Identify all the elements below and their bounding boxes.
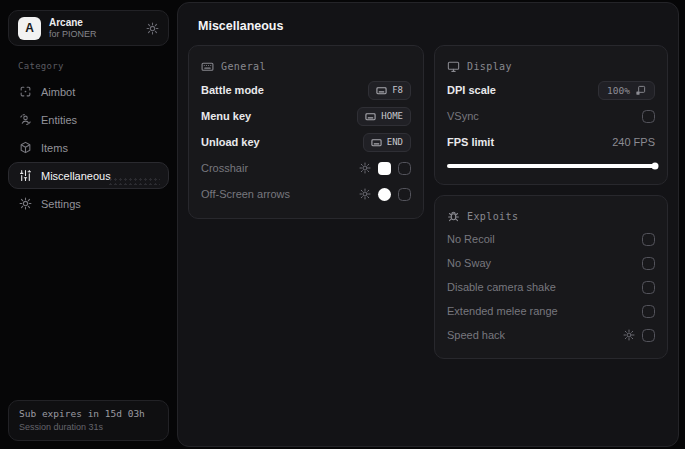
card-title: Display: [467, 61, 512, 72]
vsync-checkbox[interactable]: [642, 110, 655, 123]
no-sway-checkbox[interactable]: [642, 257, 655, 270]
sidebar-item-items[interactable]: Items: [8, 134, 169, 161]
general-card: General Battle mode F8 Menu key: [188, 45, 424, 219]
fps-limit-value: 240 FPS: [612, 136, 655, 148]
sidebar-item-label: Settings: [41, 198, 81, 210]
setting-row-crosshair: Crosshair: [201, 155, 411, 181]
app-subtitle: for PIONER: [49, 29, 138, 39]
keyboard-icon: [371, 137, 382, 148]
entities-icon: [19, 113, 32, 126]
fps-limit-slider[interactable]: [447, 162, 655, 170]
color-swatch[interactable]: [378, 162, 391, 175]
gear-icon[interactable]: [359, 188, 371, 200]
setting-row-vsync: VSync: [447, 103, 655, 129]
setting-row-unload-key: Unload key END: [201, 129, 411, 155]
setting-label: Unload key: [201, 136, 260, 148]
setting-label: VSync: [447, 110, 479, 122]
gear-icon[interactable]: [146, 22, 159, 35]
keybind-badge[interactable]: HOME: [357, 107, 411, 126]
setting-row-disable-camera-shake: Disable camera shake: [447, 275, 655, 299]
scale-icon: [635, 85, 646, 96]
extended-melee-range-checkbox[interactable]: [642, 305, 655, 318]
crosshair-scan-icon: [19, 85, 32, 98]
app-name: Arcane: [49, 17, 138, 29]
setting-label: Speed hack: [447, 329, 505, 341]
setting-row-no-sway: No Sway: [447, 251, 655, 275]
sidebar-item-label: Miscellaneous: [41, 170, 111, 182]
gear-icon: [19, 197, 32, 210]
monitor-icon: [447, 60, 460, 73]
setting-label: No Sway: [447, 257, 491, 269]
selected-item-dots-decoration: [108, 177, 160, 185]
sidebar-item-label: Entities: [41, 114, 77, 126]
slider-track: [447, 164, 655, 168]
setting-row-dpi-scale: DPI scale 100%: [447, 77, 655, 103]
sub-expiry-text: Sub expires in 15d 03h: [19, 408, 158, 419]
setting-row-speed-hack: Speed hack: [447, 323, 655, 347]
category-label: Category: [18, 61, 159, 71]
exploits-card: Exploits No Recoil No Sway Disable camer…: [434, 195, 668, 359]
setting-row-offscreen-arrows: Off-Screen arrows: [201, 181, 411, 207]
setting-row-battle-mode: Battle mode F8: [201, 77, 411, 103]
brand-text: Arcane for PIONER: [49, 17, 138, 39]
app-window: A Arcane for PIONER Category: [0, 0, 685, 449]
setting-label: Crosshair: [201, 162, 248, 174]
no-recoil-checkbox[interactable]: [642, 233, 655, 246]
speed-hack-checkbox[interactable]: [642, 329, 655, 342]
setting-row-fps-limit: FPS limit 240 FPS: [447, 129, 655, 155]
sidebar-item-aimbot[interactable]: Aimbot: [8, 78, 169, 105]
setting-label: Disable camera shake: [447, 281, 556, 293]
bug-icon: [447, 210, 460, 223]
setting-row-extended-melee-range: Extended melee range: [447, 299, 655, 323]
keybind-badge[interactable]: F8: [368, 81, 411, 100]
setting-label: Extended melee range: [447, 305, 558, 317]
keybind-badge[interactable]: END: [363, 133, 411, 152]
keyboard-icon: [376, 85, 387, 96]
setting-label: Battle mode: [201, 84, 264, 96]
setting-label: Menu key: [201, 110, 251, 122]
disable-camera-shake-checkbox[interactable]: [642, 281, 655, 294]
card-title: General: [221, 61, 266, 72]
gear-icon[interactable]: [359, 162, 371, 174]
offscreen-arrows-checkbox[interactable]: [398, 188, 411, 201]
dpi-scale-value: 100%: [607, 85, 630, 96]
sidebar-item-label: Items: [41, 142, 68, 154]
setting-label: Off-Screen arrows: [201, 188, 290, 200]
setting-row-no-recoil: No Recoil: [447, 227, 655, 251]
crosshair-checkbox[interactable]: [398, 162, 411, 175]
sidebar-item-miscellaneous[interactable]: Miscellaneous: [8, 162, 169, 189]
card-title: Exploits: [467, 211, 518, 222]
keybind-value: END: [387, 137, 403, 147]
dpi-scale-select[interactable]: 100%: [598, 81, 655, 100]
page-title: Miscellaneous: [178, 3, 678, 45]
keyboard-icon: [365, 111, 376, 122]
slider-fill: [447, 164, 655, 168]
sidebar: A Arcane for PIONER Category: [0, 0, 177, 449]
main-panel: Miscellaneous General: [177, 2, 679, 447]
setting-label: No Recoil: [447, 233, 495, 245]
brand-card: A Arcane for PIONER: [8, 10, 169, 46]
sidebar-item-settings[interactable]: Settings: [8, 190, 169, 217]
cube-icon: [19, 141, 32, 154]
keyboard-icon: [201, 60, 214, 73]
keybind-value: HOME: [381, 111, 403, 121]
sliders-icon: [19, 169, 32, 182]
sidebar-item-label: Aimbot: [41, 86, 75, 98]
color-swatch[interactable]: [378, 188, 391, 201]
setting-label: FPS limit: [447, 136, 494, 148]
sidebar-item-entities[interactable]: Entities: [8, 106, 169, 133]
gear-icon[interactable]: [623, 329, 635, 341]
keybind-value: F8: [392, 85, 403, 95]
setting-label: DPI scale: [447, 84, 496, 96]
app-logo: A: [18, 17, 41, 40]
session-duration-text: Session duration 31s: [19, 422, 158, 432]
setting-row-menu-key: Menu key HOME: [201, 103, 411, 129]
display-card: Display DPI scale 100%: [434, 45, 668, 185]
slider-knob[interactable]: [652, 163, 659, 170]
subscription-info-card: Sub expires in 15d 03h Session duration …: [8, 400, 169, 441]
sidebar-nav: Aimbot Entities: [8, 78, 169, 217]
